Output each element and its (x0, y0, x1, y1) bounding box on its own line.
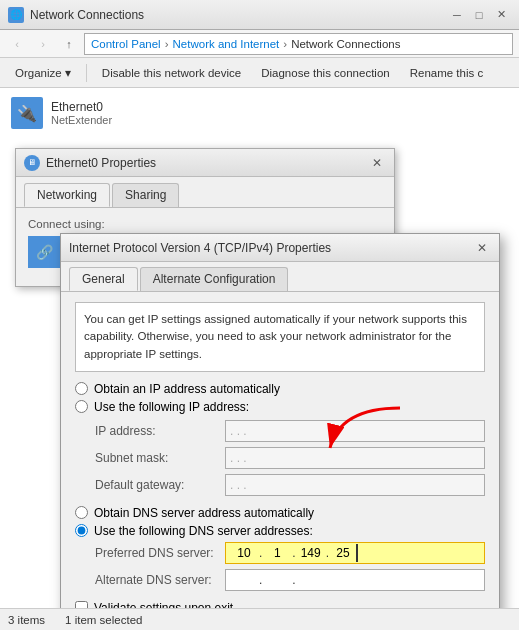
radio-manual-ip-label[interactable]: Use the following IP address: (94, 400, 249, 414)
ip-address-label: IP address: (95, 424, 225, 438)
preferred-dns-seg1[interactable] (230, 544, 258, 562)
minimize-button[interactable]: ─ (447, 5, 467, 25)
ethernet-dialog-close[interactable]: ✕ (368, 154, 386, 172)
dns-field-group: Preferred DNS server: . . . (95, 542, 485, 591)
radio-auto-dns-label[interactable]: Obtain DNS server address automatically (94, 506, 314, 520)
adapter-icon: 🔗 (28, 236, 60, 268)
ethernet-dialog-titlebar: 🖥 Ethernet0 Properties ✕ (16, 149, 394, 177)
ipv4-content: You can get IP settings assigned automat… (61, 292, 499, 608)
main-window: 🌐 Network Connections ─ □ ✕ ‹ › ↑ Contro… (0, 0, 519, 630)
rename-button[interactable]: Rename this c (401, 62, 493, 84)
content-area: 🔌 Ethernet0 NetExtender 🖥 Ethernet0 Prop… (0, 88, 519, 608)
alternate-dns-row: Alternate DNS server: . . (95, 569, 485, 591)
radio-auto-ip-row: Obtain an IP address automatically (75, 382, 485, 396)
network-list: 🔌 Ethernet0 NetExtender (0, 88, 519, 138)
ip-address-row: IP address: . . . (95, 420, 485, 442)
diagnose-button[interactable]: Diagnose this connection (252, 62, 399, 84)
tab-general[interactable]: General (69, 267, 138, 291)
connect-using-label: Connect using: (28, 218, 382, 230)
preferred-dns-label: Preferred DNS server: (95, 546, 225, 560)
radio-auto-ip[interactable] (75, 382, 88, 395)
alternate-dns-label: Alternate DNS server: (95, 573, 225, 587)
tab-sharing[interactable]: Sharing (112, 183, 179, 207)
tab-alternate-config[interactable]: Alternate Configuration (140, 267, 289, 291)
radio-auto-dns-row: Obtain DNS server address automatically (75, 506, 485, 520)
ip-radio-group: Obtain an IP address automatically Use t… (75, 382, 485, 414)
window-icon: 🌐 (8, 7, 24, 23)
breadcrumb-network-connections: Network Connections (291, 38, 400, 50)
dns-section: Obtain DNS server address automatically … (75, 506, 485, 608)
subnet-mask-row: Subnet mask: . . . (95, 447, 485, 469)
ipv4-properties-dialog: Internet Protocol Version 4 (TCP/IPv4) P… (60, 233, 500, 608)
ethernet-dialog-title: Ethernet0 Properties (46, 156, 362, 170)
ethernet-dialog-icon: 🖥 (24, 155, 40, 171)
preferred-dns-seg3[interactable] (297, 544, 325, 562)
organize-button[interactable]: Organize ▾ (6, 62, 80, 84)
network-icon: 🔌 (11, 97, 43, 129)
validate-checkbox-row: Validate settings upon exit (75, 601, 485, 608)
nav-forward-button[interactable]: › (32, 33, 54, 55)
alternate-dns-input[interactable]: . . (225, 569, 485, 591)
gateway-row: Default gateway: . . . (95, 474, 485, 496)
toolbar: Organize ▾ Disable this network device D… (0, 58, 519, 88)
main-titlebar: 🌐 Network Connections ─ □ ✕ (0, 0, 519, 30)
radio-manual-dns-row: Use the following DNS server addresses: (75, 524, 485, 538)
disable-network-button[interactable]: Disable this network device (93, 62, 250, 84)
validate-label[interactable]: Validate settings upon exit (94, 601, 233, 608)
list-item[interactable]: 🔌 Ethernet0 NetExtender (4, 92, 515, 134)
close-button[interactable]: ✕ (491, 5, 511, 25)
nav-up-button[interactable]: ↑ (58, 33, 80, 55)
main-window-title: Network Connections (30, 8, 144, 22)
preferred-dns-row: Preferred DNS server: . . . (95, 542, 485, 564)
ipv4-close-button[interactable]: ✕ (473, 239, 491, 257)
ipv4-titlebar: Internet Protocol Version 4 (TCP/IPv4) P… (61, 234, 499, 262)
validate-checkbox[interactable] (75, 601, 88, 608)
radio-auto-ip-label[interactable]: Obtain an IP address automatically (94, 382, 280, 396)
preferred-dns-seg2[interactable] (263, 544, 291, 562)
statusbar: 3 items 1 item selected (0, 608, 519, 630)
radio-manual-ip-row: Use the following IP address: (75, 400, 485, 414)
ipv4-title: Internet Protocol Version 4 (TCP/IPv4) P… (69, 241, 467, 255)
ipv4-description: You can get IP settings assigned automat… (75, 302, 485, 372)
nav-back-button[interactable]: ‹ (6, 33, 28, 55)
breadcrumb-control-panel[interactable]: Control Panel (91, 38, 161, 50)
network-name: Ethernet0 (51, 100, 508, 114)
ip-field-group: IP address: . . . Subnet mask: . . . Def… (95, 420, 485, 496)
alt-dns-seg2[interactable] (263, 571, 291, 589)
radio-manual-dns-label[interactable]: Use the following DNS server addresses: (94, 524, 313, 538)
preferred-dns-seg4[interactable] (330, 544, 358, 562)
selected-count: 1 item selected (65, 614, 142, 626)
ipv4-tabs: General Alternate Configuration (61, 262, 499, 292)
ethernet-dialog-tabs: Networking Sharing (16, 177, 394, 208)
radio-manual-ip[interactable] (75, 400, 88, 413)
tab-networking[interactable]: Networking (24, 183, 110, 207)
network-status: NetExtender (51, 114, 508, 126)
gateway-label: Default gateway: (95, 478, 225, 492)
toolbar-separator (86, 64, 87, 82)
radio-auto-dns[interactable] (75, 506, 88, 519)
alt-dns-seg1[interactable] (230, 571, 258, 589)
breadcrumb: Control Panel › Network and Internet › N… (84, 33, 513, 55)
red-arrow (300, 398, 420, 478)
radio-manual-dns[interactable] (75, 524, 88, 537)
alt-dns-seg3[interactable] (297, 571, 325, 589)
preferred-dns-input[interactable]: . . . (225, 542, 485, 564)
titlebar-controls: ─ □ ✕ (447, 5, 511, 25)
subnet-mask-label: Subnet mask: (95, 451, 225, 465)
maximize-button[interactable]: □ (469, 5, 489, 25)
address-bar: ‹ › ↑ Control Panel › Network and Intern… (0, 30, 519, 58)
breadcrumb-network-internet[interactable]: Network and Internet (173, 38, 280, 50)
items-count: 3 items (8, 614, 45, 626)
